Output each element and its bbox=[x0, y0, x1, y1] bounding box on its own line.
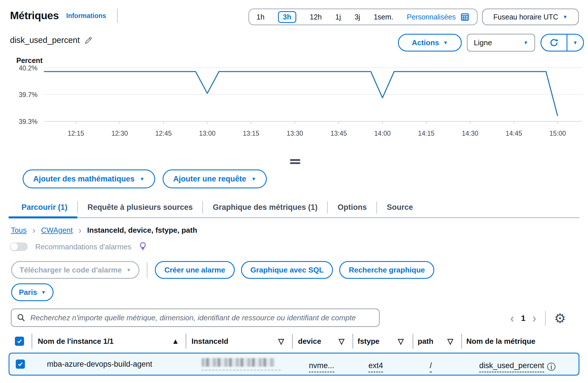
col-instance-name[interactable]: Nom de l'instance 1/1 bbox=[38, 332, 114, 350]
svg-text:13:15: 13:15 bbox=[243, 130, 259, 137]
check-icon bbox=[16, 338, 23, 344]
refresh-options-button[interactable]: ▼ bbox=[567, 35, 583, 51]
header-divider bbox=[117, 9, 118, 23]
page-next-icon[interactable]: › bbox=[532, 312, 536, 324]
timezone-select[interactable]: Fuseau horaire UTC ▼ bbox=[482, 9, 579, 25]
buttons-divider bbox=[147, 262, 147, 278]
graph-title: disk_used_percent bbox=[10, 35, 80, 45]
pagination-divider bbox=[545, 311, 546, 326]
actions-label: Actions bbox=[412, 38, 439, 47]
region-row: Paris ▼ bbox=[11, 283, 54, 301]
timezone-label: Fuseau horaire UTC bbox=[493, 13, 558, 21]
select-all-checkbox[interactable] bbox=[15, 337, 24, 346]
filter-icon[interactable]: ▽ bbox=[447, 332, 453, 350]
time-range-3h-selected[interactable]: 3h bbox=[278, 11, 296, 23]
row-checkbox[interactable] bbox=[16, 354, 25, 375]
col-metric-name[interactable]: Nom de la métrique bbox=[466, 332, 535, 350]
refresh-button[interactable] bbox=[541, 35, 567, 51]
chevron-right-icon: › bbox=[78, 226, 82, 235]
column-divider bbox=[413, 334, 413, 349]
sort-ascending-icon[interactable]: ▲ bbox=[172, 332, 179, 350]
time-range-1sem[interactable]: 1sem. bbox=[374, 13, 393, 21]
chart-style-label: Ligne bbox=[474, 38, 492, 47]
tab-graphique-des-metriques[interactable]: Graphique des métriques (1) bbox=[203, 198, 327, 217]
add-query-label: Ajouter une requête bbox=[173, 175, 246, 183]
create-alarm-button[interactable]: Créer une alarme bbox=[155, 261, 234, 279]
column-divider bbox=[186, 334, 186, 349]
chevron-down-icon: ▼ bbox=[443, 40, 448, 45]
table-header: Nom de l'instance 1/1 ▲ InstanceId ▽ dev… bbox=[9, 332, 579, 350]
page-prev-icon[interactable]: ‹ bbox=[510, 312, 514, 324]
svg-text:14:30: 14:30 bbox=[462, 130, 478, 137]
alarm-recommendations-toggle[interactable] bbox=[10, 242, 28, 251]
chevron-down-icon: ▼ bbox=[126, 268, 131, 273]
add-query-button[interactable]: Ajouter une requête ▼ bbox=[163, 169, 267, 188]
table-row[interactable]: mba-azure-devops-build-agent nvme... ext… bbox=[9, 353, 579, 376]
svg-text:Percent: Percent bbox=[16, 56, 43, 64]
cell-device[interactable]: nvme... bbox=[309, 362, 334, 373]
column-divider bbox=[31, 334, 32, 349]
column-divider bbox=[352, 334, 353, 349]
check-icon bbox=[17, 361, 23, 367]
breadcrumb-cwagent[interactable]: CWAgent bbox=[41, 226, 73, 235]
chart-resize-handle[interactable] bbox=[290, 159, 300, 164]
page-title: Métriques bbox=[10, 10, 59, 22]
actions-dropdown-button[interactable]: Actions ▼ bbox=[398, 34, 462, 52]
filter-icon[interactable]: ▽ bbox=[398, 332, 404, 350]
tab-source[interactable]: Source bbox=[377, 198, 423, 217]
chevron-down-icon: ▼ bbox=[563, 15, 568, 19]
col-fstype[interactable]: fstype bbox=[358, 332, 380, 350]
graph-search-button[interactable]: Recherche graphique bbox=[339, 261, 434, 279]
refresh-icon bbox=[549, 38, 559, 48]
svg-text:12:45: 12:45 bbox=[155, 130, 172, 137]
metrics-line-chart[interactable]: Percent40.2%39.7%39.3%12:1512:3012:4513:… bbox=[0, 54, 588, 143]
download-alarm-code-button[interactable]: Télécharger le code d'alarme ▼ bbox=[11, 261, 139, 279]
col-path[interactable]: path bbox=[418, 332, 433, 350]
col-instance-id[interactable]: InstanceId bbox=[192, 332, 228, 350]
filter-icon[interactable]: ▽ bbox=[339, 332, 344, 350]
custom-time-range[interactable]: Personnalisées bbox=[407, 12, 469, 21]
calendar-icon bbox=[460, 12, 469, 21]
filter-icon[interactable]: ▽ bbox=[278, 332, 284, 350]
graph-with-sql-button[interactable]: Graphique avec SQL bbox=[241, 261, 333, 279]
time-range-1j[interactable]: 1j bbox=[335, 13, 341, 21]
alarm-recommendations-label: Recommandations d'alarmes bbox=[35, 242, 131, 251]
chevron-down-icon: ▼ bbox=[523, 40, 528, 45]
svg-text:14:45: 14:45 bbox=[506, 130, 522, 137]
svg-text:13:00: 13:00 bbox=[199, 130, 216, 137]
chart-style-select[interactable]: Ligne ▼ bbox=[467, 34, 535, 52]
cell-fstype[interactable]: ext4 bbox=[368, 362, 383, 373]
breadcrumb: Tous › CWAgent › InstanceId, device, fst… bbox=[11, 226, 197, 235]
page-number[interactable]: 1 bbox=[521, 314, 526, 323]
refresh-split-button: ▼ bbox=[540, 34, 584, 52]
alarm-recommendations-row: Recommandations d'alarmes bbox=[10, 242, 147, 252]
time-range-3j[interactable]: 3j bbox=[354, 13, 360, 21]
edit-pencil-icon[interactable] bbox=[84, 36, 93, 45]
redacted-instance-id bbox=[202, 358, 275, 367]
tab-parcourir[interactable]: Parcourir (1) bbox=[9, 198, 77, 217]
region-dropdown-button[interactable]: Paris ▼ bbox=[11, 283, 54, 301]
page-header: Métriques Informations bbox=[10, 9, 118, 23]
col-device[interactable]: device bbox=[298, 332, 321, 350]
svg-text:39.7%: 39.7% bbox=[19, 91, 38, 98]
alarm-actions-row: Télécharger le code d'alarme ▼ Créer une… bbox=[11, 261, 434, 279]
time-range-12h[interactable]: 12h bbox=[310, 13, 322, 21]
breadcrumb-tous[interactable]: Tous bbox=[11, 226, 27, 235]
tab-requete-plusieurs-sources[interactable]: Requête à plusieurs sources bbox=[78, 198, 203, 217]
metric-search-input[interactable] bbox=[30, 313, 374, 323]
time-range-1h[interactable]: 1h bbox=[256, 13, 265, 21]
toggle-knob bbox=[11, 243, 18, 250]
info-icon[interactable]: ⓘ bbox=[547, 363, 556, 371]
cell-path[interactable]: / bbox=[430, 362, 432, 373]
gear-icon[interactable]: ⚙ bbox=[554, 312, 566, 325]
tab-options[interactable]: Options bbox=[328, 198, 376, 217]
cell-metric-name[interactable]: disk_used_percent bbox=[479, 362, 544, 373]
svg-text:12:15: 12:15 bbox=[68, 130, 84, 137]
svg-text:13:30: 13:30 bbox=[287, 130, 303, 137]
region-label: Paris bbox=[19, 288, 37, 297]
add-math-button[interactable]: Ajouter des mathématiques ▼ bbox=[23, 169, 155, 188]
chevron-right-icon: › bbox=[32, 226, 35, 235]
informations-link[interactable]: Informations bbox=[66, 12, 106, 20]
pagination: ‹ 1 › ⚙ bbox=[510, 311, 566, 326]
custom-time-range-label: Personnalisées bbox=[407, 13, 456, 21]
